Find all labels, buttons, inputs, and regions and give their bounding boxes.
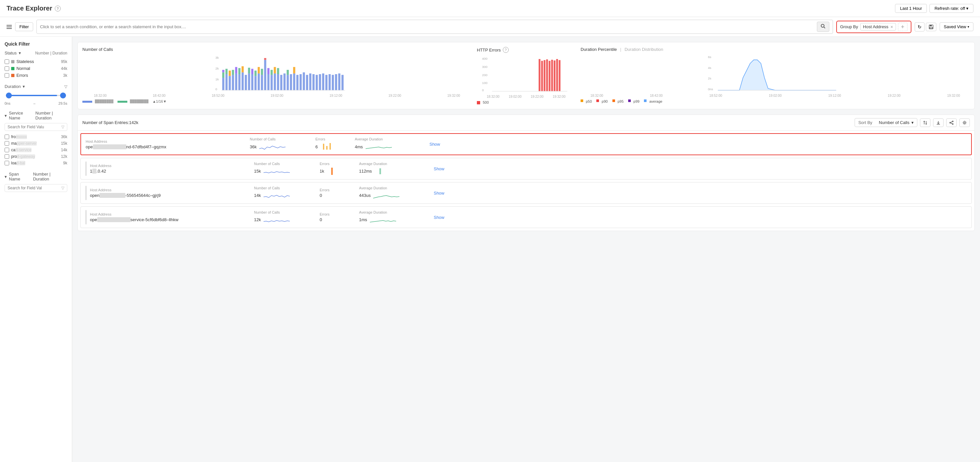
- http-errors-legend: 500: [477, 100, 575, 104]
- row-border-3: [85, 186, 87, 200]
- saved-view-button[interactable]: Saved View ▾: [940, 22, 974, 31]
- calls-value-2: 15k: [254, 169, 261, 173]
- calls-display-2: 15k: [254, 167, 320, 176]
- help-icon[interactable]: ?: [55, 6, 61, 11]
- col-calls-1: Number of Calls 36k: [250, 137, 315, 151]
- avg-dur-mini-chart-4: [370, 215, 396, 224]
- svg-text:0: 0: [215, 87, 217, 91]
- col-calls-3: Number of Calls 14k: [254, 186, 320, 200]
- duration-section-header[interactable]: Duration ▾ ▽: [5, 84, 67, 89]
- col-host-2: Host Address 1xx.0.42: [90, 164, 254, 173]
- chevron-down-icon: ▾: [19, 51, 21, 56]
- legend-nav[interactable]: ▲1/16▼: [152, 99, 166, 103]
- refresh-icon-button[interactable]: ↻: [915, 22, 924, 32]
- svg-text:3k: 3k: [215, 56, 219, 59]
- lines-icon[interactable]: [6, 25, 12, 29]
- svg-rect-32: [258, 67, 260, 73]
- svg-rect-33: [261, 75, 263, 90]
- span-filter-icon[interactable]: ▽: [61, 186, 64, 190]
- errors-label: Errors: [16, 73, 61, 78]
- svg-rect-16: [232, 75, 234, 90]
- svg-rect-14: [229, 76, 231, 90]
- settings-icon: [962, 121, 967, 125]
- save-icon: [929, 25, 933, 29]
- stateless-checkbox[interactable]: [5, 59, 9, 64]
- service-section-header[interactable]: ▾ Service Name Number | Duration: [5, 111, 67, 121]
- p99-label: p99: [633, 99, 640, 103]
- col-errors-1: Errors 6: [315, 137, 355, 151]
- svg-rect-76: [546, 59, 548, 91]
- show-link-4[interactable]: Show: [434, 215, 444, 220]
- span-section-header[interactable]: ▾ Span Name Number | Duration: [5, 171, 67, 181]
- funnel-icon[interactable]: ▽: [64, 84, 67, 89]
- service-ma-checkbox[interactable]: [5, 141, 9, 146]
- service-ca-count: 14k: [61, 148, 67, 152]
- show-link-2[interactable]: Show: [434, 167, 444, 171]
- share-button[interactable]: [946, 119, 957, 127]
- filter-button[interactable]: Filter: [15, 22, 33, 31]
- refresh-value: off: [960, 6, 965, 11]
- help-icon-errors[interactable]: ?: [503, 47, 509, 53]
- service-ma-name: mapper-server: [11, 141, 59, 146]
- calls-header-4: Number of Calls: [254, 210, 320, 214]
- svg-rect-40: [270, 70, 273, 75]
- save-icon-button[interactable]: [926, 23, 936, 31]
- table-area: Number of Span Entries:142k Sort By Numb…: [78, 114, 975, 231]
- top-right-controls: Last 1 Hour Refresh rate: off ▾: [895, 4, 974, 13]
- settings-button[interactable]: [959, 119, 970, 127]
- svg-rect-75: [544, 60, 545, 91]
- svg-rect-101: [331, 168, 333, 175]
- calls-display-3: 14k: [254, 191, 320, 200]
- number-of-calls-title: Number of Calls: [83, 47, 472, 52]
- close-icon[interactable]: ×: [890, 25, 893, 29]
- host-value-2: 1xx.0.42: [90, 169, 254, 173]
- errors-display-3: 0: [320, 193, 359, 198]
- errors-checkbox[interactable]: [5, 73, 9, 78]
- time-picker-button[interactable]: Last 1 Hour: [895, 4, 927, 13]
- svg-text:300: 300: [482, 65, 488, 68]
- legend-text-1: ████████: [95, 99, 113, 103]
- status-section-header[interactable]: Status ▾ Number | Duration: [5, 51, 67, 56]
- calls-mini-chart-2: [264, 167, 290, 176]
- add-group-button[interactable]: +: [898, 23, 907, 31]
- group-by-tag[interactable]: Host Address ×: [860, 23, 896, 30]
- filter-toggle[interactable]: [6, 25, 12, 29]
- service-pro-checkbox[interactable]: [5, 154, 9, 159]
- errors-display-4: 0: [320, 217, 359, 222]
- sort-order-button[interactable]: [920, 119, 931, 127]
- col-show-2: Show: [425, 167, 444, 171]
- show-link-1[interactable]: Show: [429, 142, 440, 147]
- filter-small-icon[interactable]: ▽: [61, 125, 64, 129]
- show-link-3[interactable]: Show: [434, 191, 444, 195]
- row-border-2: [85, 162, 87, 176]
- search-submit-button[interactable]: [817, 22, 829, 32]
- download-button[interactable]: [933, 119, 943, 127]
- main-layout: Quick Filter Status ▾ Number | Duration …: [0, 37, 980, 462]
- range-separator: –: [33, 102, 35, 105]
- svg-rect-11: [222, 70, 224, 73]
- service-loa-checkbox[interactable]: [5, 161, 9, 165]
- svg-rect-37: [267, 74, 270, 90]
- calls-header-2: Number of Calls: [254, 162, 320, 166]
- sort-dropdown[interactable]: Sort By Number of Calls ▾: [854, 118, 917, 127]
- num-dur-label: Number | Duration: [35, 51, 67, 56]
- service-item-fro: fromxxxx 36k: [5, 133, 67, 140]
- slider-thumb-right[interactable]: [60, 92, 66, 98]
- svg-rect-63: [332, 75, 334, 90]
- service-ca-checkbox[interactable]: [5, 148, 9, 152]
- duration-dist-title: Duration Distribution: [625, 47, 663, 52]
- svg-text:0: 0: [482, 88, 484, 92]
- slider-thumb-left[interactable]: [6, 92, 12, 98]
- avg-dur-mini-chart-3: [373, 191, 399, 200]
- search-input[interactable]: [40, 24, 817, 29]
- download-icon: [936, 121, 940, 125]
- service-fro-checkbox[interactable]: [5, 135, 9, 139]
- span-search-input[interactable]: [8, 186, 59, 190]
- normal-label: Normal: [16, 66, 59, 71]
- duration-percentile-svg: 6s 4s 2s 0ns: [581, 54, 970, 94]
- table-controls: Sort By Number of Calls ▾: [854, 118, 970, 127]
- svg-rect-30: [255, 71, 257, 76]
- normal-checkbox[interactable]: [5, 66, 9, 71]
- service-search-input[interactable]: [8, 125, 59, 129]
- refresh-control-button[interactable]: Refresh rate: off ▾: [929, 4, 974, 13]
